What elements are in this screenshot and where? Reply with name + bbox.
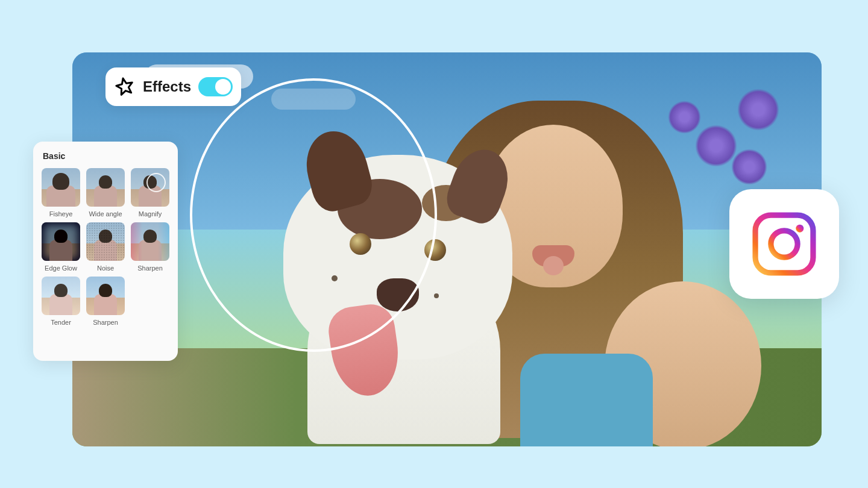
- effect-label: Noise: [97, 264, 114, 272]
- effect-item-noise[interactable]: Noise: [85, 222, 126, 272]
- effect-label: Magnify: [139, 210, 162, 217]
- effect-item-magnify[interactable]: Magnify: [130, 168, 171, 217]
- instagram-icon: [749, 208, 820, 280]
- svg-point-1: [771, 231, 797, 257]
- effect-thumbnail: [42, 277, 80, 315]
- star-icon: [114, 76, 136, 98]
- effect-item-fisheye[interactable]: Fisheye: [40, 168, 81, 217]
- effect-item-edgeglow[interactable]: Edge Glow: [40, 222, 81, 272]
- effect-thumbnail: [86, 168, 125, 207]
- effect-thumbnail: [86, 277, 125, 315]
- effect-label: Fisheye: [49, 210, 73, 217]
- effect-label: Sharpen: [137, 264, 163, 272]
- effect-item-sharpen[interactable]: Sharpen: [130, 222, 171, 272]
- effect-label: Tender: [51, 319, 71, 326]
- effect-thumbnail: [131, 168, 169, 207]
- effect-label: Sharpen: [93, 319, 118, 326]
- instagram-badge[interactable]: [729, 189, 839, 299]
- effects-panel: Basic FisheyeWide angleMagnifyEdge GlowN…: [33, 142, 178, 361]
- effect-thumbnail: [42, 222, 80, 261]
- svg-rect-0: [755, 215, 813, 273]
- effects-toggle-label: Effects: [143, 78, 191, 95]
- effect-item-sharpen2[interactable]: Sharpen: [85, 277, 126, 326]
- effect-item-wide[interactable]: Wide angle: [85, 168, 126, 217]
- svg-point-2: [796, 225, 804, 233]
- main-preview-image: [72, 52, 822, 446]
- effect-thumbnail: [131, 222, 169, 261]
- effects-toggle-switch[interactable]: [198, 77, 233, 96]
- effect-label: Edge Glow: [45, 264, 77, 272]
- effect-thumbnail: [42, 168, 80, 207]
- effect-thumbnail: [86, 222, 125, 261]
- effects-toggle-pill: Effects: [105, 67, 241, 106]
- effect-label: Wide angle: [89, 210, 122, 217]
- effect-item-tender[interactable]: Tender: [40, 277, 81, 326]
- effects-panel-heading: Basic: [40, 151, 171, 161]
